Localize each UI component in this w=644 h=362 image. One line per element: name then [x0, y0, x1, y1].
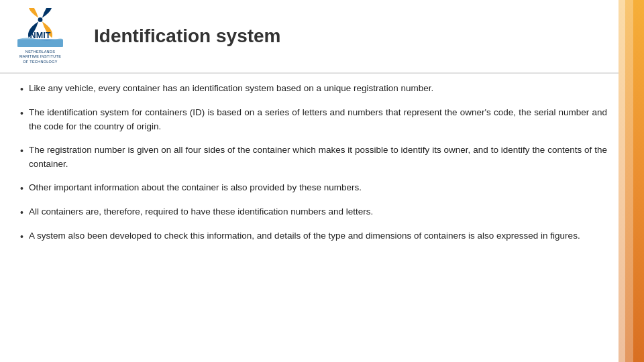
deco-bar-2 — [625, 0, 633, 362]
svg-point-0 — [38, 17, 43, 22]
bullet-item-6: • A system also been developed to check … — [20, 225, 607, 249]
slide-header: NMIT NETHERLANDS MARITIME INSTITUTE OF T… — [0, 0, 619, 74]
bullet-text-6: A system also been developed to check th… — [29, 229, 580, 243]
content-area: • Like any vehicle, every container has … — [20, 77, 607, 355]
slide-container: NMIT NETHERLANDS MARITIME INSTITUTE OF T… — [0, 0, 644, 362]
bullet-dot-6: • — [20, 230, 23, 244]
bullet-item-4: • Other important information about the … — [20, 176, 607, 200]
bullet-text-2: The identification system for containers… — [29, 106, 607, 134]
bullet-item-2: • The identification system for containe… — [20, 101, 607, 139]
title-area: Identification system — [87, 25, 619, 47]
logo-subtext: NETHERLANDS MARITIME INSTITUTE OF TECHNO… — [19, 50, 61, 64]
bullet-item-3: • The registration number is given on al… — [20, 139, 607, 176]
slide-title: Identification system — [94, 25, 619, 47]
logo-area: NMIT NETHERLANDS MARITIME INSTITUTE OF T… — [7, 8, 74, 64]
bullet-text-1: Like any vehicle, every container has an… — [29, 82, 433, 96]
bullet-dot-3: • — [20, 144, 23, 158]
nmit-logo-graphic: NMIT — [13, 8, 67, 48]
decorative-right-bars — [619, 0, 644, 362]
bullet-item-5: • All containers are, therefore, require… — [20, 200, 607, 225]
svg-text:NMIT: NMIT — [30, 31, 51, 40]
bullet-item-1: • Like any vehicle, every container has … — [20, 77, 607, 101]
bullet-text-3: The registration number is given on all … — [29, 143, 607, 172]
bullet-dot-5: • — [20, 206, 23, 220]
bullet-dot-4: • — [20, 182, 23, 196]
deco-bar-3 — [633, 0, 644, 362]
bullet-dot-2: • — [20, 107, 23, 121]
bullet-text-5: All containers are, therefore, required … — [29, 205, 373, 219]
bullet-text-4: Other important information about the co… — [29, 181, 362, 195]
bullet-dot-1: • — [20, 82, 23, 97]
deco-bar-1 — [619, 0, 625, 362]
